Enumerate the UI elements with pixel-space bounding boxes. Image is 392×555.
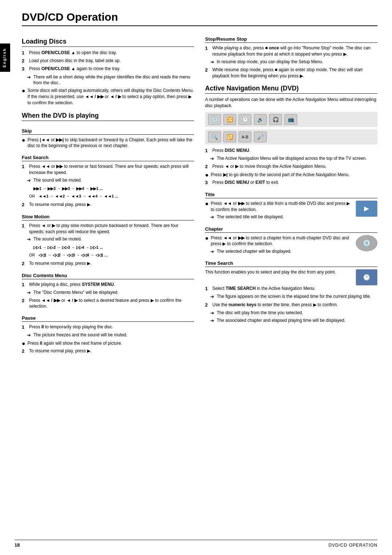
title-note-1: ➔ The selected title will be displayed. bbox=[210, 214, 352, 220]
right-column: Stop/Resume Stop 1 While playing a disc,… bbox=[205, 32, 377, 356]
stop-resume-step2-list: 2 While resume stop mode, press ■ again … bbox=[205, 67, 377, 79]
active-nav-step2-list: 2 Press ◄ or ▶ to move through the Activ… bbox=[205, 163, 377, 170]
pause-step2-list: 2 To resume normal play, press ▶. bbox=[22, 348, 194, 355]
pause-bullet-1: ● Press II again will show the next fram… bbox=[22, 340, 194, 347]
active-nav-step-3: 3 Press DISC MENU or EXIT to exit. bbox=[205, 179, 377, 186]
stop-resume-step-1: 1 While playing a disc, press ■ once wil… bbox=[205, 45, 377, 57]
subsection-time-search: Time Search bbox=[205, 260, 377, 267]
chapter-section-content: ● Press ◄◄ or ▶▶ to select a chapter fro… bbox=[205, 235, 377, 256]
subsection-slow-motion: Slow Motion bbox=[22, 214, 194, 220]
chapter-bullet-1: ● Press ◄◄ or ▶▶ to select a chapter fro… bbox=[205, 235, 352, 247]
left-column: Loading Discs 1 Press OPEN/CLOSE ▲ to op… bbox=[22, 32, 194, 356]
footer-page-number: 18 bbox=[15, 542, 20, 548]
stop-resume-step-2: 2 While resume stop mode, press ■ again … bbox=[205, 67, 377, 79]
sidebar-language-label: English bbox=[0, 44, 10, 72]
subsection-title-section: Title bbox=[205, 192, 377, 198]
active-nav-step3-list: 3 Press DISC MENU or EXIT to exit. bbox=[205, 179, 377, 186]
page-title: DVD/CD Operation bbox=[22, 11, 377, 26]
active-nav-step-2: 2 Press ◄ or ▶ to move through the Activ… bbox=[205, 163, 377, 170]
disc-contents-step-1: 1 While playing a disc, press SYSTEM MEN… bbox=[22, 281, 194, 288]
disc-contents-note-1: ➔ The "Disc Contents Menu" will be displ… bbox=[27, 289, 194, 296]
chapter-list: ● Press ◄◄ or ▶▶ to select a chapter fro… bbox=[205, 235, 352, 247]
active-nav-bullet-1: ● Press ▶| to go directly to the second … bbox=[205, 172, 377, 178]
active-nav-list: 1 Press DISC MENU. bbox=[205, 147, 377, 154]
pause-bullet-list: ● Press II again will show the next fram… bbox=[22, 340, 194, 347]
skip-list: ● Press |◄◄ or ▶▶| to skip backward or f… bbox=[22, 137, 194, 149]
disc-contents-step2-list: 2 Press ◄◄ / ▶▶ or ◄ / ▶ to select a des… bbox=[22, 297, 194, 310]
section-active-nav: Active Navigation Menu (DVD) bbox=[205, 85, 377, 94]
loading-step-3: 3 Press OPEN/CLOSE ▲ again to close the … bbox=[22, 66, 194, 72]
fast-search-note-1: ➔ The sound will be muted. bbox=[27, 177, 194, 184]
time-search-list: 1 Select TIME SEARCH in the Active Navig… bbox=[205, 285, 377, 292]
subsection-skip: Skip bbox=[22, 128, 194, 135]
slow-motion-step-2: 2 To resume normal play, press ▶. bbox=[22, 260, 194, 267]
title-bullet-1: ● Press ◄◄ or ▶▶ to select a title from … bbox=[205, 200, 352, 213]
stop-resume-list: 1 While playing a disc, press ■ once wil… bbox=[205, 45, 377, 57]
time-search-thumbnail: 🕐 bbox=[356, 269, 377, 285]
subsection-fast-search: Fast Search bbox=[22, 155, 194, 161]
subsection-disc-contents: Disc Contents Menu bbox=[22, 273, 194, 279]
pause-note-1: ➔ The picture freezes and the sound will… bbox=[27, 332, 194, 339]
time-search-step-2: 2 Use the numeric keys to enter the time… bbox=[205, 302, 377, 308]
nav-icon-clock: 🕐 bbox=[238, 114, 252, 125]
time-search-note-1: ➔ The figure appears on the screen is th… bbox=[210, 293, 377, 300]
disc-contents-step-2: 2 Press ◄◄ / ▶▶ or ◄ / ▶ to select a des… bbox=[22, 297, 194, 310]
fast-search-list: 1 Press ◄◄ or ▶▶ to reverse or fast forw… bbox=[22, 163, 194, 176]
title-section-content: ● Press ◄◄ or ▶▶ to select a title from … bbox=[205, 200, 377, 222]
skip-bullet-1: ● Press |◄◄ or ▶▶| to skip backward or f… bbox=[22, 137, 194, 149]
title-thumbnail: ▶ bbox=[356, 200, 377, 217]
active-nav-description: A number of operations can be done with … bbox=[205, 97, 377, 109]
time-search-description: This function enables you to select and … bbox=[205, 269, 352, 275]
time-search-content: This function enables you to select and … bbox=[205, 269, 377, 285]
chapter-thumbnail: 💿 bbox=[356, 235, 377, 251]
nav-icon-zoom: 🔍 bbox=[208, 131, 221, 142]
nav-icons-row-1: 💿 🔀 🕐 🔊 🎧 📺 bbox=[205, 112, 377, 127]
active-nav-bullet-list: ● Press ▶| to go directly to the second … bbox=[205, 172, 377, 178]
time-search-step-1: 1 Select TIME SEARCH in the Active Navig… bbox=[205, 285, 377, 292]
loading-bullet-1: ● Some discs will start playing automati… bbox=[22, 88, 194, 106]
subsection-chapter: Chapter bbox=[205, 226, 377, 233]
fast-search-step-2: 2 To resume normal play, press ▶. bbox=[22, 202, 194, 208]
pause-step-1: 1 Press II to temporarily stop playing t… bbox=[22, 324, 194, 331]
loading-step-2: 2 Load your chosen disc in the tray, lab… bbox=[22, 58, 194, 64]
time-search-note-3: ➔ The associated chapter and elapsed pla… bbox=[210, 317, 377, 324]
pause-list: 1 Press II to temporarily stop playing t… bbox=[22, 324, 194, 331]
loading-discs-list: 1 Press OPEN/CLOSE ▲ to open the disc tr… bbox=[22, 50, 194, 73]
title-list: ● Press ◄◄ or ▶▶ to select a title from … bbox=[205, 200, 352, 213]
nav-icons-row-2: 🔍 🔁 A-B 🔎 bbox=[205, 129, 377, 145]
fast-search-step-1: 1 Press ◄◄ or ▶▶ to reverse or fast forw… bbox=[22, 163, 194, 176]
loading-bullet-list: ● Some discs will start playing automati… bbox=[22, 88, 194, 106]
disc-contents-list: 1 While playing a disc, press SYSTEM MEN… bbox=[22, 281, 194, 288]
slow-motion-step2-list: 2 To resume normal play, press ▶. bbox=[22, 260, 194, 267]
footer-section-title: DVD/CD Operation bbox=[328, 543, 377, 548]
subsection-pause: Pause bbox=[22, 315, 194, 322]
slow-motion-list: 1 Press ◄ or ▶ to play slow motion pictu… bbox=[22, 223, 194, 235]
slow-motion-note-1: ➔ The sound will be muted. bbox=[27, 236, 194, 243]
time-search-step2-list: 2 Use the numeric keys to enter the time… bbox=[205, 302, 377, 308]
nav-icon-search2: 🔎 bbox=[254, 131, 267, 142]
nav-icon-audio: 🔊 bbox=[254, 114, 267, 125]
active-nav-step-1: 1 Press DISC MENU. bbox=[205, 147, 377, 154]
section-loading-discs: Loading Discs bbox=[22, 38, 194, 47]
time-search-note-2: ➔ The disc will play from the time you s… bbox=[210, 310, 377, 316]
nav-icon-disc: 💿 bbox=[208, 114, 221, 125]
fast-search-step2-list: 2 To resume normal play, press ▶. bbox=[22, 202, 194, 208]
slow-motion-diagram: ▷▷1 → ▷▷2 → ▷▷3 → ▷▷4 → ▷▷1 ... OR ◁◁1 →… bbox=[29, 244, 194, 259]
nav-icon-arrow: 🔀 bbox=[223, 114, 236, 125]
nav-icon-subtitle: 📺 bbox=[284, 114, 297, 125]
chapter-note-1: ➔ The selected chapter will be displayed… bbox=[210, 248, 352, 255]
footer: 18 DVD/CD Operation bbox=[15, 540, 377, 548]
nav-icon-headphone: 🎧 bbox=[269, 114, 282, 125]
active-nav-note-1: ➔ The Active Navigation Menu will be dis… bbox=[210, 155, 377, 162]
subsection-stop-resume: Stop/Resume Stop bbox=[205, 36, 377, 43]
slow-motion-step-1: 1 Press ◄ or ▶ to play slow motion pictu… bbox=[22, 223, 194, 235]
loading-step-1: 1 Press OPEN/CLOSE ▲ to open the disc tr… bbox=[22, 50, 194, 56]
nav-icon-ab: A-B bbox=[238, 131, 252, 142]
nav-icon-repeat: 🔁 bbox=[223, 131, 236, 142]
stop-resume-note-1: ➔ In resume stop mode, you can display t… bbox=[210, 59, 377, 65]
loading-note-1: ➔ There will be a short delay while the … bbox=[27, 74, 194, 86]
fast-search-diagram: ▶▶1 → ▶▶2 → ▶▶3 → ▶▶4 → ▶▶1 ... OR ◄◄1 →… bbox=[29, 185, 194, 200]
pause-step-2: 2 To resume normal play, press ▶. bbox=[22, 348, 194, 355]
section-dvd-playing: When the DVD is playing bbox=[22, 112, 194, 121]
